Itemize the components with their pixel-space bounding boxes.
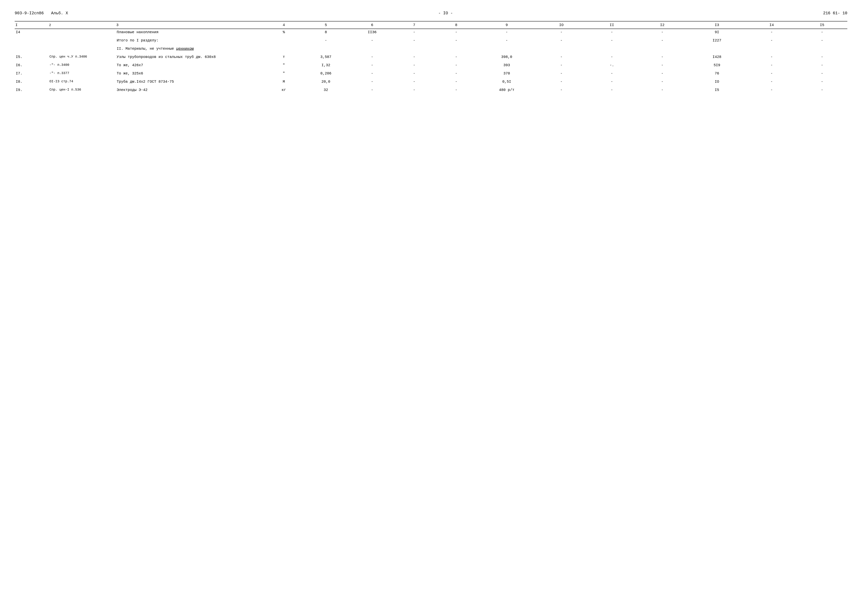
table-cell — [48, 44, 116, 52]
table-cell — [587, 44, 637, 52]
col-header-4: 4 — [267, 21, 300, 29]
table-row: I5.Спр. цен ч.У п.3406Узлы трубопроводов… — [15, 52, 847, 60]
col-header-13: I3 — [687, 21, 746, 29]
col-header-12: I2 — [637, 21, 687, 29]
table-cell: I8. — [15, 77, 48, 85]
table-row: I6.-"- п.3400То же, 426х7"I,32---393--.-… — [15, 60, 847, 68]
table-cell: " — [267, 68, 300, 77]
table-cell: - — [746, 60, 797, 68]
table-cell: - — [393, 29, 435, 35]
table-cell: - — [797, 68, 847, 77]
table-cell: - — [637, 85, 687, 93]
table-cell: - — [393, 52, 435, 60]
table-cell: I,32 — [300, 60, 351, 68]
table-cell: - — [536, 85, 587, 93]
table-cell: IO — [687, 77, 746, 85]
table-cell: - — [435, 29, 477, 35]
table-cell — [267, 35, 300, 44]
table-cell: - — [797, 77, 847, 85]
table-cell: 480 р/т — [477, 85, 536, 93]
table-cell: - — [351, 68, 393, 77]
col-header-8: 8 — [435, 21, 477, 29]
table-cell: - — [587, 68, 637, 77]
table-cell: 8 — [300, 29, 351, 35]
table-cell: I227 — [687, 35, 746, 44]
table-cell — [15, 44, 48, 52]
col-header-5: 5 — [300, 21, 351, 29]
table-cell: - — [435, 52, 477, 60]
ref-number: 216 61- 10 — [823, 11, 847, 16]
table-cell: - — [477, 29, 536, 35]
table-row: I4Плановые накопления%8IIЗ6------9I-- — [15, 29, 847, 35]
main-table: I 2 3 4 5 6 7 8 9 IO II I2 I3 I4 I5 I4Пл… — [15, 21, 847, 93]
table-cell: Плановые накопления — [116, 29, 267, 35]
table-cell: - — [637, 29, 687, 35]
table-cell — [393, 44, 435, 52]
col-header-14: I4 — [746, 21, 797, 29]
table-cell: I5. — [15, 52, 48, 60]
table-cell: - — [797, 35, 847, 44]
table-cell: I5 — [687, 85, 746, 93]
table-cell: 5I9 — [687, 60, 746, 68]
table-cell: - — [351, 52, 393, 60]
table-row: I8.OI-IЗ стр.74Труба дм.I4х2 ГОСТ 8734-7… — [15, 77, 847, 85]
table-cell — [797, 44, 847, 52]
table-cell: Узлы трубопроводов из стальных труб дм. … — [116, 52, 267, 60]
table-cell — [15, 35, 48, 44]
table-cell — [48, 35, 116, 44]
table-cell — [435, 44, 477, 52]
table-row: I7.-"- п.3377То же, 325х6"0,206---370---… — [15, 68, 847, 77]
table-cell: То же, 325х6 — [116, 68, 267, 77]
table-cell: - — [587, 52, 637, 60]
table-cell: - — [393, 85, 435, 93]
table-cell: - — [587, 29, 637, 35]
table-cell: -"- п.3377 — [48, 68, 116, 77]
table-cell: - — [797, 29, 847, 35]
table-cell: - — [536, 52, 587, 60]
table-cell: I6. — [15, 60, 48, 68]
table-cell: - — [587, 85, 637, 93]
table-cell: 0,5I — [477, 77, 536, 85]
col-header-3: 3 — [116, 21, 267, 29]
table-cell: - — [536, 77, 587, 85]
header: 903-9-I2сп86 Альб. X - IO - 216 61- 10 — [15, 11, 847, 16]
table-cell: - — [536, 68, 587, 77]
col-header-10: IO — [536, 21, 587, 29]
table-cell: кг — [267, 85, 300, 93]
table-cell: - — [435, 35, 477, 44]
table-cell: т — [267, 52, 300, 60]
table-cell: 370 — [477, 68, 536, 77]
table-cell: - — [435, 60, 477, 68]
table-cell: - — [435, 77, 477, 85]
table-cell: Спр. цен-I п.536 — [48, 85, 116, 93]
table-cell: - — [300, 35, 351, 44]
table-row: I9.Спр. цен-I п.536Электроды Э-42кг32---… — [15, 85, 847, 93]
table-cell: - — [637, 52, 687, 60]
table-cell — [267, 44, 300, 52]
col-header-11: II — [587, 21, 637, 29]
table-cell: 32 — [300, 85, 351, 93]
table-cell: Электроды Э-42 — [116, 85, 267, 93]
table-cell: -"- п.3400 — [48, 60, 116, 68]
table-cell — [48, 29, 116, 35]
table-cell: 76 — [687, 68, 746, 77]
table-cell: - — [746, 52, 797, 60]
table-cell: - — [797, 52, 847, 60]
table-row: II. Материалы, не учтенные ценником — [15, 44, 847, 52]
table-cell: 3,587 — [300, 52, 351, 60]
table-cell: - — [797, 85, 847, 93]
table-cell: - — [797, 60, 847, 68]
table-cell: - — [351, 77, 393, 85]
table-cell: I7. — [15, 68, 48, 77]
album: Альб. X — [51, 11, 68, 16]
table-cell — [477, 44, 536, 52]
table-cell: Итого по I разделу: — [116, 35, 267, 44]
table-cell — [351, 44, 393, 52]
page-indicator: - IO - — [438, 11, 453, 16]
col-header-7: 7 — [393, 21, 435, 29]
table-cell: - — [536, 60, 587, 68]
table-cell — [300, 44, 351, 52]
table-cell: - — [393, 68, 435, 77]
table-cell: II. Материалы, не учтенные ценником — [116, 44, 267, 52]
table-cell: IIЗ6 — [351, 29, 393, 35]
